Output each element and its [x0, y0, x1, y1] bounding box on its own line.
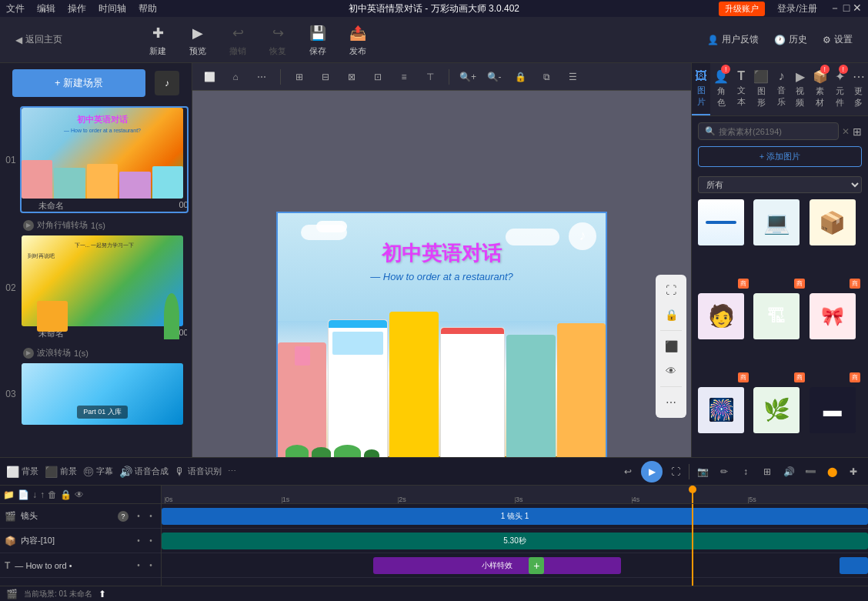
camera-track-dot1[interactable]: • [133, 511, 144, 522]
bg-tool[interactable]: ⬜ 背景 [6, 466, 38, 478]
menu-item-file[interactable]: 文件 [6, 2, 25, 15]
window-controls[interactable]: － □ ✕ [830, 2, 862, 15]
select-tool[interactable]: ⬜ [199, 66, 220, 88]
scene-item-01[interactable]: 01 初中英语对话 — How to order at a restaurant… [3, 106, 189, 213]
tab-more[interactable]: ⋯ 更多 [850, 63, 868, 115]
tab-image[interactable]: 🖼 图片 [692, 63, 710, 115]
tab-video[interactable]: ▶ 视频 [791, 63, 810, 115]
edit-ctrl[interactable]: ✏ [716, 463, 733, 480]
distribute-tool[interactable]: ⊡ [367, 66, 389, 88]
copy-tool[interactable]: ⧉ [536, 66, 557, 88]
track-fold-icon[interactable]: 📄 [18, 489, 29, 500]
scene-thumb-02[interactable]: 下一... 一起努力学习一下 到时再说吧 未命名 00:06 [20, 234, 189, 341]
subtitle-tool[interactable]: ㊞ 字幕 [83, 465, 113, 479]
align-center-tool[interactable]: ⊟ [315, 66, 336, 88]
music-button[interactable]: ♪ [155, 71, 179, 95]
mute-ctrl[interactable]: ➖ [802, 463, 819, 480]
zoom-in-tool[interactable]: 🔍+ [457, 66, 479, 88]
fullscreen-ctrl[interactable]: ⛶ [667, 463, 684, 480]
text-track-dot2[interactable]: • [145, 560, 156, 571]
lock-right-tool[interactable]: 🔒 [660, 304, 682, 326]
track-up-icon[interactable]: ↑ [40, 489, 45, 500]
vol-ctrl[interactable]: 🔊 [780, 463, 797, 480]
search-box[interactable]: 🔍 [698, 122, 839, 140]
asset-item-5[interactable]: 🏗 商 [753, 293, 806, 384]
tab-music[interactable]: ♪ 音乐 [772, 63, 790, 115]
text-track-bar[interactable]: 小样特效 [373, 557, 620, 574]
camera-ctrl[interactable]: 📷 [694, 463, 711, 480]
camera-track-help[interactable]: ? [118, 511, 129, 522]
filter-select[interactable]: 所有 [698, 176, 862, 193]
add-ctrl[interactable]: ✚ [845, 463, 862, 480]
camera-track-bar[interactable]: 1 镜头 1 [162, 508, 868, 525]
scene-thumb-03[interactable]: Part 01 入库 [20, 362, 189, 426]
tab-character[interactable]: ! 👤 角色 [710, 63, 732, 115]
track-lock-icon[interactable]: 🔒 [60, 489, 72, 500]
add-image-button[interactable]: + 添加图片 [698, 146, 862, 167]
zoom-out-tool[interactable]: 🔍- [483, 66, 505, 88]
new-scene-button[interactable]: + 新建场景 [12, 69, 145, 97]
asset-item-1[interactable]: 商 [698, 199, 750, 290]
track-delete-icon[interactable]: 🗑 [48, 489, 57, 500]
fg-tool[interactable]: ⬛ 前景 [45, 466, 77, 478]
publish-button[interactable]: 📤 发布 [347, 22, 369, 57]
redo-button[interactable]: ↪ 恢复 [267, 22, 289, 57]
scene-item-03[interactable]: 03 Part 01 入库 [3, 362, 189, 426]
play-button[interactable]: ▶ [641, 461, 663, 482]
track-down-icon[interactable]: ↓ [32, 489, 37, 500]
search-input[interactable] [719, 127, 832, 136]
search-filter-icon[interactable]: ⊞ [853, 125, 862, 138]
align-top-tool[interactable]: ⊤ [419, 66, 441, 88]
save-button[interactable]: 💾 保存 [307, 22, 329, 57]
menu-item-edit[interactable]: 编辑 [37, 2, 55, 15]
align-left-tool[interactable]: ⊞ [289, 66, 310, 88]
undo-ctrl[interactable]: ↩ [619, 463, 636, 480]
content-track-dot1[interactable]: • [133, 536, 144, 546]
visibility-tool[interactable]: 👁 [660, 360, 682, 382]
more-tool[interactable]: ⋯ [228, 466, 236, 476]
search-clear-icon[interactable]: ✕ [842, 126, 850, 137]
more-right-tool[interactable]: ⋯ [660, 392, 682, 413]
asset-item-3[interactable]: 📦 商 [810, 199, 862, 290]
zoom-ctrl[interactable]: ⬤ [823, 463, 840, 480]
tab-text[interactable]: T 文本 [732, 63, 750, 115]
align-right-tool[interactable]: ⊠ [341, 66, 362, 88]
timeline-marker[interactable]: + [529, 557, 544, 574]
upgrade-button[interactable]: 升级账户 [719, 2, 765, 16]
transition-item-02[interactable]: ▶ 波浪转场 1(s) [3, 344, 189, 362]
menu-item-operate[interactable]: 操作 [68, 2, 86, 15]
settings-button[interactable]: ⚙ 设置 [823, 33, 853, 46]
share-icon[interactable]: ⬆ [98, 589, 106, 599]
transition-item-01[interactable]: ▶ 对角行铺转场 1(s) [3, 216, 189, 234]
scene-item-02[interactable]: 02 下一... 一起努力学习一下 到时再说吧 未命名 00:06 [3, 234, 189, 341]
new-button[interactable]: ✚ 新建 [147, 22, 169, 57]
lock-tool[interactable]: 🔒 [509, 66, 531, 88]
distribute-v-tool[interactable]: ≡ [393, 66, 415, 88]
menu-item-help[interactable]: 帮助 [139, 2, 157, 15]
filter-ctrl[interactable]: ⊞ [759, 463, 776, 480]
scene-thumb-01[interactable]: 初中英语对话 — How to order at a restaurant? 未… [20, 106, 189, 213]
tts-tool[interactable]: 🔊 语音合成 [119, 466, 169, 478]
more-tool[interactable]: ⋯ [251, 66, 272, 88]
asset-item-2[interactable]: 💻 商 [753, 199, 806, 290]
tab-material[interactable]: ! 📦 素材 [810, 63, 831, 115]
fullscreen-tool[interactable]: ⛶ [660, 279, 682, 301]
move-ctrl[interactable]: ↕ [737, 463, 754, 480]
back-home-button[interactable]: ◀ 返回主页 [15, 33, 62, 46]
canvas-music-icon[interactable]: ♪ [569, 222, 596, 250]
content-track-dot2[interactable]: • [145, 536, 156, 546]
track-show-icon[interactable]: 👁 [75, 489, 84, 500]
home-tool[interactable]: ⌂ [225, 66, 246, 88]
tab-shape[interactable]: ⬛ 图形 [750, 63, 772, 115]
stt-tool[interactable]: 🎙 语音识别 [175, 466, 222, 478]
more2-tool[interactable]: ☰ [562, 66, 583, 88]
camera-track-dot2[interactable]: • [145, 511, 156, 522]
content-track-bar[interactable]: 5.30秒 [162, 533, 868, 549]
layer-tool[interactable]: ⬛ [660, 336, 682, 357]
menu-item-timeline[interactable]: 时间轴 [98, 2, 126, 15]
add-track-icon[interactable]: 📁 [3, 489, 15, 500]
asset-item-4[interactable]: 🧑 商 [698, 293, 750, 384]
auth-links[interactable]: 登录/注册 [777, 2, 816, 15]
history-button[interactable]: 🕐 历史 [774, 33, 807, 46]
preview-button[interactable]: ▶ 预览 [187, 22, 209, 57]
